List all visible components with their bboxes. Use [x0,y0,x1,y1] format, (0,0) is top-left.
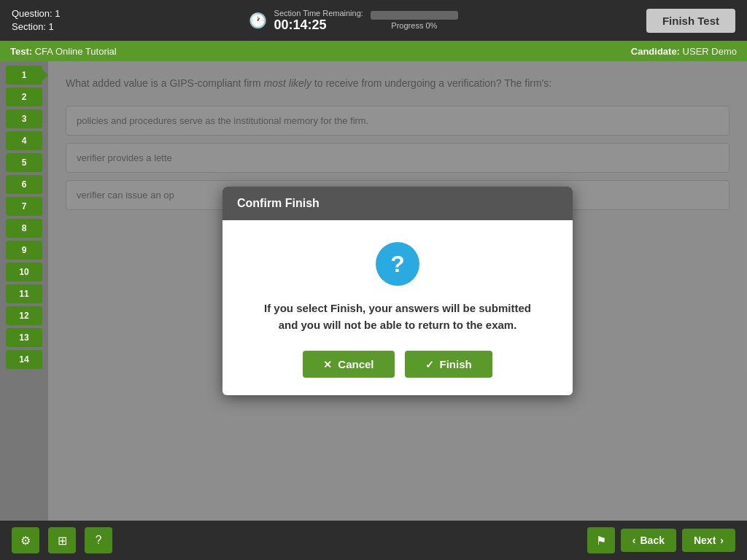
test-name: CFA Online Tutorial [35,46,117,57]
footer-left-controls: ⚙ ⊞ ? [12,527,112,553]
progress-section: Progress 0% [371,11,458,30]
help-icon: ? [96,534,102,547]
sidebar-item-7[interactable]: 7 [6,197,42,216]
sub-header: Test: CFA Online Tutorial Candidate: USE… [0,41,747,61]
settings-icon: ⚙ [20,534,31,548]
next-arrow: › [720,534,724,546]
back-arrow: ‹ [632,534,636,546]
sidebar-item-10[interactable]: 10 [6,262,42,281]
question-mark: ? [390,251,405,278]
candidate-info: Candidate: USER Demo [631,46,737,57]
sidebar-item-14[interactable]: 14 [6,350,42,369]
clock-icon: 🕐 [249,12,267,29]
help-button[interactable]: ? [85,527,112,553]
section-label: Section: 1 [12,20,61,34]
confirm-finish-dialog: Confirm Finish ? If you select Finish, y… [222,187,573,395]
sidebar-item-12[interactable]: 12 [6,306,42,325]
timer-info: Section Time Remaining: 00:14:25 [274,9,363,33]
flag-icon: ⚑ [596,534,606,548]
finish-label: Finish [440,358,472,370]
back-label: Back [640,534,665,546]
sidebar-item-13[interactable]: 13 [6,328,42,347]
finish-button[interactable]: ✓ Finish [405,351,492,378]
progress-bar-container [371,11,458,20]
timer-value: 00:14:25 [274,18,363,33]
candidate-name: USER Demo [683,46,737,57]
cancel-label: Cancel [338,358,374,370]
sidebar-item-1[interactable]: 1 [6,66,42,85]
sidebar-item-9[interactable]: 9 [6,241,42,260]
dialog-header: Confirm Finish [222,187,573,220]
sidebar-item-5[interactable]: 5 [6,153,42,172]
sidebar-item-2[interactable]: 2 [6,88,42,106]
grid-icon: ⊞ [58,534,67,548]
question-sidebar: 1234567891011121314 [0,61,48,521]
sidebar-item-3[interactable]: 3 [6,109,42,128]
test-info: Test: CFA Online Tutorial [10,46,117,57]
sidebar-item-6[interactable]: 6 [6,175,42,194]
sidebar-item-8[interactable]: 8 [6,219,42,238]
timer-section: 🕐 Section Time Remaining: 00:14:25 Progr… [249,9,458,33]
flag-button[interactable]: ⚑ [587,527,615,553]
sidebar-item-11[interactable]: 11 [6,284,42,303]
next-button[interactable]: Next › [682,529,735,552]
main-area: 1234567891011121314 What added value is … [0,61,747,521]
progress-label: Progress 0% [391,21,437,30]
back-button[interactable]: ‹ Back [621,529,676,552]
test-label: Test: [10,46,35,57]
footer: ⚙ ⊞ ? ⚑ ‹ Back Next › [0,521,747,560]
timer-label: Section Time Remaining: [274,9,363,18]
grid-button[interactable]: ⊞ [48,527,76,553]
header: Question: 1 Section: 1 🕐 Section Time Re… [0,0,747,41]
question-content: What added value is a GIPS-compliant fir… [48,61,747,521]
modal-overlay: Confirm Finish ? If you select Finish, y… [48,61,747,521]
candidate-label: Candidate: [631,46,683,57]
sidebar-item-4[interactable]: 4 [6,131,42,150]
dialog-message: If you select Finish, your answers will … [264,300,531,333]
footer-right-controls: ⚑ ‹ Back Next › [587,527,735,553]
dialog-body: ? If you select Finish, your answers wil… [222,220,573,395]
finish-icon: ✓ [425,359,434,370]
dialog-title: Confirm Finish [237,197,320,209]
next-label: Next [694,534,716,546]
question-icon: ? [376,242,419,286]
dialog-buttons: ✕ Cancel ✓ Finish [303,351,492,378]
settings-button[interactable]: ⚙ [12,527,39,553]
cancel-button[interactable]: ✕ Cancel [303,351,394,378]
question-section-info: Question: 1 Section: 1 [12,7,61,34]
question-label: Question: 1 [12,7,61,20]
finish-test-button[interactable]: Finish Test [646,9,735,33]
cancel-icon: ✕ [323,359,332,370]
